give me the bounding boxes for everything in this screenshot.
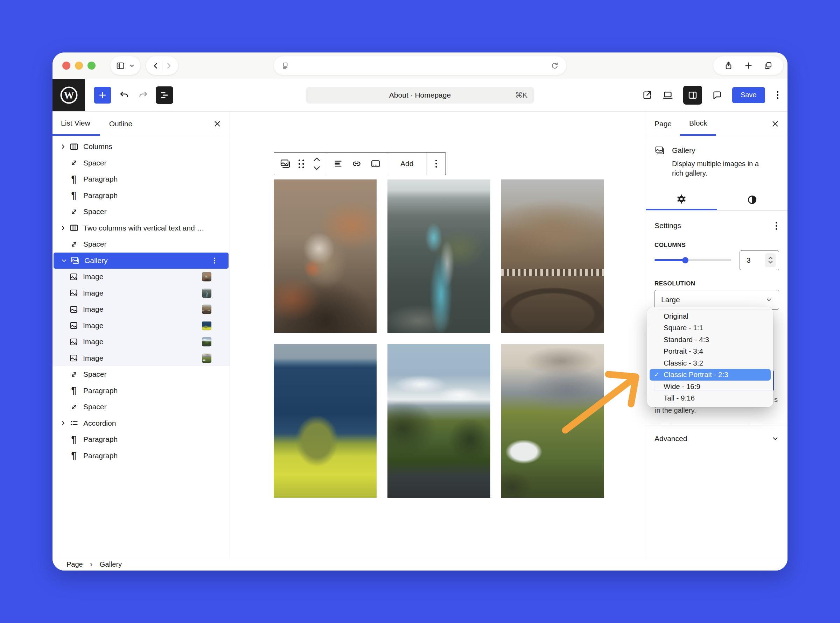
list-view-item-label: Gallery (85, 256, 108, 265)
number-stepper[interactable] (765, 253, 775, 267)
resolution-select[interactable]: Large (654, 290, 779, 310)
settings-sidebar-toggle-button[interactable] (683, 86, 702, 104)
tab-block[interactable]: Block (680, 112, 716, 136)
chevron-right-icon[interactable] (57, 420, 69, 427)
image-icon (68, 353, 79, 363)
gallery-image[interactable] (388, 180, 490, 333)
list-view-item-spacer[interactable]: Spacer (52, 366, 229, 383)
gallery-block-type-button[interactable] (280, 158, 291, 169)
option-original[interactable]: Original (649, 310, 771, 322)
advanced-section-toggle[interactable]: Advanced (646, 425, 788, 452)
minimize-window-button[interactable] (75, 61, 83, 70)
zoom-window-button[interactable] (88, 61, 95, 70)
block-options-button[interactable] (433, 158, 439, 170)
list-view-item-image[interactable]: Image (52, 285, 229, 302)
list-view-item-spacer[interactable]: Spacer (52, 399, 229, 415)
settings-options-button[interactable] (774, 220, 780, 232)
columns-slider[interactable] (654, 259, 731, 261)
list-view-item-gallery-selected[interactable]: Gallery (54, 253, 229, 269)
spacer-icon (69, 207, 79, 216)
columns-label: COLUMNS (654, 242, 779, 249)
undo-button[interactable] (118, 89, 130, 101)
block-toolbar-group-primary (274, 152, 327, 175)
gallery-image[interactable] (274, 180, 377, 333)
option-classic[interactable]: Classic - 3:2 (649, 357, 771, 369)
option-classic-portrait-selected[interactable]: ✓ Classic Portrait - 2:3 (649, 369, 771, 381)
list-view-item-columns[interactable]: Columns (52, 138, 229, 155)
list-view-item-paragraph[interactable]: ¶ Paragraph (52, 383, 229, 399)
list-view-item-paragraph[interactable]: ¶ Paragraph (52, 448, 229, 464)
reload-button[interactable] (550, 61, 559, 70)
tab-page[interactable]: Page (646, 112, 680, 136)
list-view-item-image[interactable]: Image (52, 334, 229, 350)
options-menu-button[interactable] (775, 89, 781, 101)
gallery-image[interactable] (501, 180, 604, 333)
link-button[interactable] (351, 158, 362, 169)
drag-handle[interactable] (298, 160, 305, 168)
document-switcher[interactable]: About · Homepage ⌘K (306, 87, 534, 104)
chevron-right-icon[interactable] (57, 143, 69, 150)
block-inserter-button[interactable] (94, 87, 111, 104)
list-view-item-image[interactable]: Image (52, 301, 229, 318)
list-view-item-spacer[interactable]: Spacer (52, 155, 229, 172)
move-down-button[interactable] (312, 164, 321, 172)
move-up-button[interactable] (312, 156, 321, 163)
list-view-item-image[interactable]: Image (52, 350, 229, 367)
row-options-icon[interactable] (210, 256, 219, 265)
image-icon (68, 272, 79, 282)
columns-number-input[interactable]: 3 (740, 250, 779, 270)
new-tab-button[interactable] (744, 61, 753, 70)
wordpress-logo-button[interactable]: W (52, 79, 85, 111)
list-view-item-paragraph[interactable]: ¶ Paragraph (52, 431, 229, 448)
tab-block-styles[interactable] (717, 189, 788, 210)
list-view-tabs: List View Outline (52, 112, 229, 136)
list-view-item-image[interactable]: Image (52, 269, 229, 285)
option-wide[interactable]: Wide - 16:9 (649, 381, 771, 393)
chevron-down-icon[interactable] (58, 257, 70, 264)
tab-list-view[interactable]: List View (52, 112, 100, 136)
close-settings-button[interactable] (768, 117, 783, 131)
list-view-item-image[interactable]: Image (52, 318, 229, 334)
forward-button[interactable] (165, 61, 173, 70)
back-button[interactable] (152, 61, 160, 70)
share-button[interactable] (724, 61, 733, 70)
tab-outline[interactable]: Outline (100, 112, 142, 136)
list-view-toggle-button[interactable] (156, 86, 173, 104)
chevron-down-icon (129, 63, 135, 69)
list-view-item-spacer[interactable]: Spacer (52, 204, 229, 220)
option-square[interactable]: Square - 1:1 (649, 322, 771, 334)
address-bar[interactable] (274, 56, 566, 75)
list-view-item-spacer[interactable]: Spacer (52, 236, 229, 253)
save-button[interactable]: Save (732, 87, 765, 103)
wordpress-logo-icon: W (58, 84, 80, 106)
desktop-background: W (0, 0, 840, 623)
gallery-block (274, 180, 604, 498)
close-list-view-button[interactable] (210, 117, 225, 131)
preview-device-button[interactable] (662, 89, 674, 101)
view-site-button[interactable] (642, 90, 652, 100)
redo-button[interactable] (138, 89, 149, 101)
gallery-image[interactable] (274, 344, 377, 498)
browser-window: W (52, 52, 788, 571)
slider-thumb[interactable] (682, 257, 688, 263)
browser-sidebar-button[interactable] (110, 56, 140, 75)
block-toolbar-group-add: Add (387, 152, 427, 175)
tab-overview-button[interactable] (763, 61, 773, 70)
option-tall[interactable]: Tall - 9:16 (649, 393, 771, 404)
caption-button[interactable] (370, 158, 381, 169)
align-button[interactable] (333, 158, 343, 169)
option-standard[interactable]: Standard - 4:3 (649, 334, 771, 345)
tab-block-settings[interactable] (646, 189, 717, 210)
option-portrait[interactable]: Portrait - 3:4 (649, 345, 771, 358)
list-view-item-paragraph[interactable]: ¶ Paragraph (52, 187, 229, 204)
comments-button[interactable] (712, 90, 722, 100)
chevron-right-icon[interactable] (57, 224, 69, 232)
add-button[interactable]: Add (393, 160, 421, 168)
list-view-item-accordion[interactable]: Accordion (52, 415, 229, 432)
list-view-item-paragraph[interactable]: ¶ Paragraph (52, 171, 229, 187)
breadcrumb-page[interactable]: Page (66, 560, 83, 568)
close-window-button[interactable] (62, 61, 70, 70)
image-thumbnail (202, 353, 211, 363)
list-view-item-two-columns[interactable]: Two columns with vertical text and overl… (52, 220, 229, 236)
gallery-image[interactable] (388, 344, 490, 498)
